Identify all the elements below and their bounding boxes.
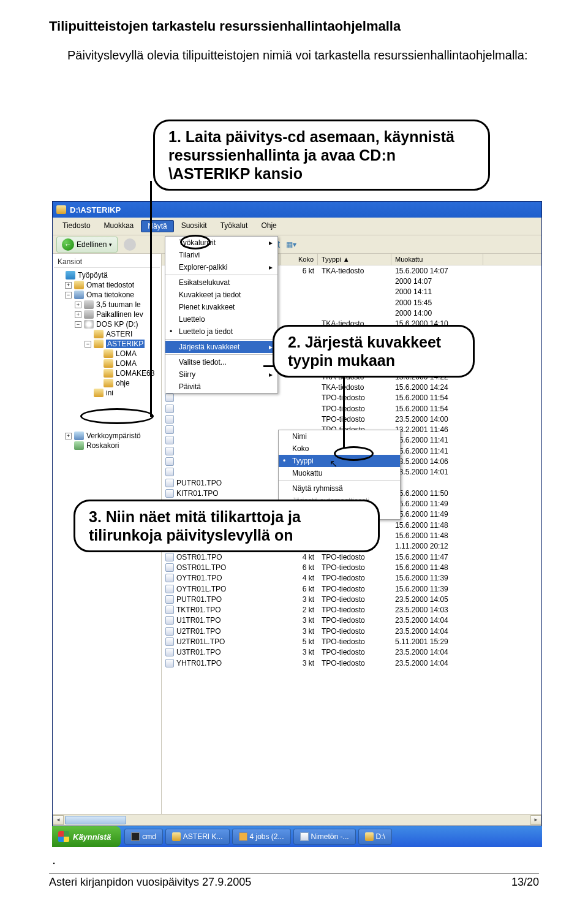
menu-näytä[interactable]: Näytä [141, 220, 173, 232]
menu-ohje[interactable]: Ohje [255, 220, 282, 232]
tree-expander[interactable]: + [65, 433, 72, 439]
tree-item[interactable]: Roskakori [54, 441, 160, 450]
tree-expander[interactable]: + [75, 311, 81, 318]
file-date: 15.6.2000 11:48 [391, 563, 483, 572]
file-row[interactable]: TPO-tiedosto15.6.2000 11:54 [162, 393, 541, 403]
tree-item[interactable]: +Paikallinen lev [54, 310, 160, 319]
file-row[interactable]: U2TR01.TPO3 ktTPO-tiedosto23.5.2000 14:0… [162, 626, 541, 636]
file-type: TKA-tiedosto [318, 383, 391, 392]
forward-button[interactable] [124, 238, 136, 251]
tree-item[interactable]: −Oma tietokone [54, 290, 160, 300]
taskbar-button[interactable]: Nimetön -... [293, 829, 356, 845]
file-type: TPO-tiedosto [318, 595, 391, 604]
tree-item[interactable]: ASTERI [54, 329, 160, 339]
file-row[interactable]: U1TR01.TPO3 ktTPO-tiedosto23.5.2000 14:0… [162, 615, 541, 626]
back-button[interactable]: ← Edellinen ▾ [56, 237, 118, 253]
tree-item[interactable]: +Omat tiedostot [54, 280, 160, 290]
horizontal-scrollbar[interactable]: ◄ ► [53, 814, 541, 825]
file-row[interactable]: YHTR01.TPO3 ktTPO-tiedosto23.5.2000 14:0… [162, 658, 541, 668]
view-menu-dropdown[interactable]: TyökalurivitTilariviExplorer-palkkiEsika… [165, 236, 278, 393]
file-row[interactable]: OSTR01.TPO4 ktTPO-tiedosto15.6.2000 11:4… [162, 552, 541, 562]
tree-expander[interactable]: + [75, 302, 81, 308]
scroll-left-button[interactable]: ◄ [53, 815, 64, 825]
file-row[interactable]: U2TR01L.TPO5 ktTPO-tiedosto5.11.2001 15:… [162, 636, 541, 647]
view-menu-item[interactable]: Tilarivi [165, 249, 277, 261]
tree-expander[interactable]: − [75, 321, 81, 328]
scroll-thumb[interactable] [65, 816, 126, 824]
taskbar-button[interactable]: cmd [124, 829, 163, 845]
col-modified[interactable]: Muokattu [391, 254, 483, 265]
sort-menu-item[interactable]: Näytä ryhmissä [279, 482, 400, 495]
tree-item[interactable]: +Verkkoympäristö [54, 431, 160, 441]
file-name: U3TR01.TPO [176, 648, 221, 656]
file-type: TPO-tiedosto [318, 637, 391, 646]
view-menu-item[interactable]: Luettelo ja tiedot [165, 325, 277, 338]
tree-item[interactable]: LOMA [54, 349, 160, 359]
view-menu-item[interactable]: Explorer-palkki [165, 261, 277, 273]
start-button[interactable]: Käynnistä [52, 826, 121, 847]
tree-label: Roskakori [86, 441, 119, 450]
file-row[interactable]: OYTR01.TPO4 ktTPO-tiedosto15.6.2000 11:3… [162, 573, 541, 584]
file-name: U2TR01L.TPO [176, 637, 225, 646]
windows-logo-icon [58, 831, 69, 842]
menu-tiedosto[interactable]: Tiedosto [56, 220, 97, 232]
tree-expander[interactable]: + [65, 282, 72, 289]
file-type: TKA-tiedosto [318, 267, 391, 275]
file-date: 2000 14:00 [391, 309, 483, 317]
view-menu-item[interactable]: Kuvakkeet ja tiedot [165, 289, 277, 301]
file-row[interactable]: PUTR01.TPO3 ktTPO-tiedosto23.5.2000 14:0… [162, 594, 541, 604]
tree-item[interactable]: +3,5 tuuman le [54, 300, 160, 310]
folder-icon [94, 330, 104, 338]
tree-item[interactable]: −DOS KP (D:) [54, 319, 160, 329]
file-type: TPO-tiedosto [318, 616, 391, 625]
view-menu-item[interactable]: Siirry [165, 368, 277, 381]
tree-header: Kansiot [54, 256, 160, 268]
tree-item[interactable]: ini [54, 388, 160, 398]
col-size[interactable]: Koko [281, 254, 318, 265]
tree-item[interactable]: LOMAKE63 [54, 368, 160, 378]
menu-muokkaa[interactable]: Muokkaa [98, 220, 140, 232]
taskbar-label: D:\ [376, 832, 385, 841]
view-menu-item[interactable]: Luettelo [165, 313, 277, 325]
callout-2: 2. Järjestä kuvakkeet tyypin mukaan [273, 325, 475, 378]
tree-expander[interactable]: − [65, 292, 72, 298]
scroll-right-button[interactable]: ► [530, 815, 541, 825]
taskbar-button[interactable]: 4 jobs (2... [232, 829, 291, 845]
view-menu-item[interactable]: Valitse tiedot... [165, 356, 277, 368]
file-type: TPO-tiedosto [318, 627, 391, 636]
taskbar-button[interactable]: ASTERI K... [165, 829, 230, 845]
file-type: TPO-tiedosto [318, 648, 391, 656]
menu-työkalut[interactable]: Työkalut [214, 220, 254, 232]
views-dropdown[interactable]: ▦▾ [286, 240, 296, 249]
menu-suosikit[interactable]: Suosikit [175, 220, 213, 232]
file-type: TPO-tiedosto [318, 659, 391, 667]
tree-item[interactable]: Työpöytä [54, 270, 160, 280]
tree-item[interactable]: LOMA [54, 359, 160, 368]
body-dot: . [0, 852, 56, 868]
sort-menu-item[interactable]: Nimi [279, 430, 400, 443]
file-icon [165, 616, 174, 625]
file-type: TPO-tiedosto [318, 563, 391, 572]
file-row[interactable]: U3TR01.TPO3 ktTPO-tiedosto23.5.2000 14:0… [162, 647, 541, 658]
window-titlebar[interactable]: D:\ASTERIKP [53, 202, 541, 218]
tree-item[interactable] [54, 398, 160, 409]
tree-expander[interactable]: − [85, 341, 91, 348]
file-row[interactable]: TKTR01.TPO2 ktTPO-tiedosto23.5.2000 14:0… [162, 605, 541, 615]
file-row[interactable]: TPO-tiedosto15.6.2000 11:54 [162, 403, 541, 414]
tree-item[interactable]: −ASTERIKP [54, 339, 160, 349]
taskbar-button[interactable]: D:\ [358, 829, 392, 845]
view-menu-item[interactable]: Päivitä [165, 381, 277, 393]
tree-item[interactable]: ohje [54, 378, 160, 388]
file-row[interactable]: OYTR01L.TPO6 ktTPO-tiedosto15.6.2000 11:… [162, 584, 541, 594]
view-menu-item[interactable]: Järjestä kuvakkeet [165, 341, 277, 353]
col-type[interactable]: Tyyppi ▲ [318, 254, 391, 265]
file-size: 3 kt [281, 595, 318, 604]
file-row[interactable]: OSTR01L.TPO6 ktTPO-tiedosto15.6.2000 11:… [162, 562, 541, 572]
view-menu-item[interactable]: Pienet kuvakkeet [165, 301, 277, 313]
folder-icon [84, 300, 94, 309]
menubar[interactable]: TiedostoMuokkaaNäytäSuosikitTyökalutOhje [53, 218, 541, 235]
file-row[interactable]: TPO-tiedosto23.5.2000 14:00 [162, 414, 541, 424]
tree-label: ASTERI [106, 330, 132, 338]
view-menu-item[interactable]: Esikatselukuvat [165, 276, 277, 289]
sort-menu-item[interactable]: Muokattu [279, 467, 400, 479]
